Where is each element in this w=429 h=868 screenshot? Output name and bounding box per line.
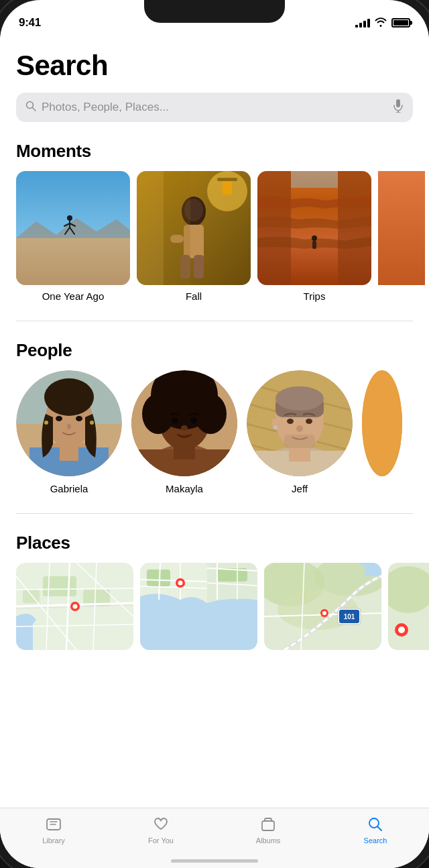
svg-rect-16: [217, 178, 237, 181]
person-name-3: Jeff: [292, 483, 308, 494]
moments-scroll: One Year Ago: [0, 171, 429, 302]
svg-rect-84: [23, 590, 40, 603]
signal-bars-icon: [355, 18, 370, 28]
home-indicator: [171, 859, 258, 863]
svg-rect-75: [284, 435, 315, 448]
svg-rect-17: [223, 181, 232, 195]
svg-point-74: [296, 425, 303, 432]
svg-rect-32: [378, 171, 425, 285]
svg-text:101: 101: [344, 613, 355, 620]
battery-icon: [391, 18, 410, 28]
moment-thumb-canyon: [257, 171, 371, 285]
svg-point-42: [76, 416, 82, 421]
moment-label-2: Fall: [186, 290, 202, 302]
heart-icon: [151, 815, 170, 834]
people-section: People: [0, 340, 429, 494]
library-icon: [44, 815, 63, 834]
moment-item-extra: [378, 171, 425, 285]
svg-point-8: [67, 215, 72, 221]
svg-point-29: [312, 235, 317, 241]
svg-point-55: [194, 394, 227, 434]
tab-search[interactable]: Search: [322, 815, 429, 845]
search-input[interactable]: Photos, People, Places...: [16, 93, 413, 122]
map-image-2: [140, 563, 257, 650]
search-bar-container: Photos, People, Places...: [0, 93, 429, 122]
page-title: Search: [0, 50, 429, 82]
svg-point-58: [181, 425, 188, 431]
separator-1: [16, 321, 413, 321]
person-item[interactable]: Makayla: [131, 370, 237, 494]
svg-rect-22: [194, 255, 204, 278]
person-name-1: Gabriela: [50, 483, 88, 494]
moment-label-3: Trips: [304, 290, 326, 302]
svg-point-71: [275, 386, 324, 411]
svg-rect-6: [16, 238, 130, 285]
canyon-image: [257, 171, 371, 285]
svg-rect-126: [262, 821, 274, 830]
tab-library-label: Library: [42, 836, 65, 845]
jeff-image: [247, 370, 353, 476]
moment-label-1: One Year Ago: [42, 290, 105, 302]
moment-thumb-fall: [137, 171, 251, 285]
svg-point-41: [56, 416, 62, 421]
svg-rect-113: [365, 563, 381, 576]
wifi-icon: [375, 17, 387, 29]
svg-point-73: [306, 419, 312, 424]
person-item[interactable]: Gabriela: [16, 370, 122, 494]
person-avatar-jeff: [247, 370, 353, 476]
separator-2: [16, 513, 413, 514]
svg-rect-27: [257, 171, 291, 285]
moments-section: Moments: [0, 141, 429, 302]
fall-image: [137, 171, 251, 285]
moment-item[interactable]: Fall: [137, 171, 251, 302]
svg-rect-81: [16, 623, 33, 650]
place-item-extra: [388, 563, 429, 650]
moment-item[interactable]: One Year Ago: [16, 171, 130, 302]
svg-point-40: [44, 378, 94, 416]
tab-albums[interactable]: Albums: [214, 815, 322, 845]
person-item-extra: [362, 370, 402, 476]
desert-image: [16, 171, 130, 285]
svg-rect-24: [137, 171, 164, 285]
place-item[interactable]: [140, 563, 257, 650]
svg-point-43: [67, 424, 71, 429]
svg-point-124: [398, 627, 405, 633]
place-item[interactable]: [16, 563, 133, 650]
search-placeholder: Photos, People, Places...: [42, 101, 387, 114]
scroll-area[interactable]: Search Photos, People, Places...: [0, 36, 429, 808]
svg-rect-30: [312, 241, 316, 249]
place-thumb-3: 101: [264, 563, 381, 650]
people-title: People: [0, 340, 429, 361]
place-thumb-1: [16, 563, 133, 650]
search-tab-icon: [366, 815, 385, 834]
moment-item[interactable]: Trips: [257, 171, 371, 302]
microphone-icon[interactable]: [393, 99, 404, 116]
tab-for-you[interactable]: For You: [107, 815, 214, 845]
person-item[interactable]: Jeff: [247, 370, 353, 494]
places-scroll: 101: [0, 563, 429, 650]
places-section: Places: [0, 533, 429, 650]
svg-point-54: [142, 394, 174, 434]
makayla-image: [131, 370, 237, 476]
tab-library[interactable]: Library: [0, 815, 107, 845]
place-item[interactable]: 101: [264, 563, 381, 650]
map-image-3: 101: [264, 563, 381, 650]
tab-albums-label: Albums: [256, 836, 281, 845]
albums-icon: [259, 815, 278, 834]
svg-line-1: [33, 108, 36, 111]
svg-point-44: [44, 421, 48, 425]
screen-content: Search Photos, People, Places...: [0, 36, 429, 868]
svg-rect-25: [164, 171, 190, 285]
svg-point-77: [273, 425, 278, 429]
tab-search-label: Search: [364, 836, 387, 845]
svg-rect-31: [291, 171, 338, 188]
phone-frame: 9:41 Search: [0, 0, 429, 868]
svg-point-120: [322, 611, 326, 615]
svg-point-108: [178, 581, 183, 586]
svg-point-95: [73, 604, 78, 609]
person-avatar-makayla: [131, 370, 237, 476]
map-image-1: [16, 563, 133, 650]
svg-line-128: [378, 827, 382, 831]
person-avatar-gabriela: [16, 370, 122, 476]
svg-point-56: [172, 418, 178, 424]
